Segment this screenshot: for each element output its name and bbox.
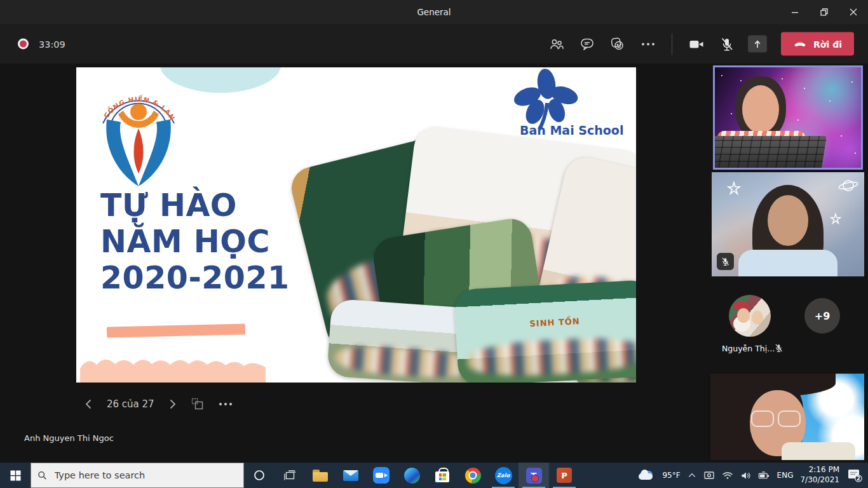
close-icon (850, 8, 857, 16)
participant-silhouette (742, 85, 779, 133)
ms-logo-grid (439, 473, 446, 480)
school-name-text: Ban Mai School (520, 123, 623, 137)
previous-slide-button[interactable] (84, 398, 93, 410)
glasses-detail (751, 410, 774, 427)
temperature-label[interactable]: 95°F (662, 471, 680, 480)
notification-count: 2 (857, 475, 860, 482)
microsoft-store-icon (435, 471, 449, 482)
restore-button[interactable] (810, 0, 839, 24)
tray-volume-button[interactable] (740, 471, 751, 480)
taskbar-file-explorer[interactable] (305, 463, 336, 488)
powerpoint-icon: P (557, 468, 572, 483)
taskbar-zoom[interactable] (366, 463, 397, 488)
action-center-button[interactable]: 2 (846, 468, 863, 483)
leave-button[interactable]: Rời đi (781, 32, 854, 56)
presentation-nav: 26 của 27 (84, 394, 232, 414)
glasses-detail (778, 410, 801, 427)
window-title: General (0, 0, 868, 24)
muted-badge (717, 253, 734, 270)
chat-button[interactable] (576, 34, 597, 55)
taskbar-store[interactable] (427, 463, 458, 488)
minimize-button[interactable] (780, 0, 810, 24)
language-indicator[interactable]: ENG (777, 471, 794, 480)
taskbar-mail[interactable] (336, 463, 366, 488)
slide-title-line2: NĂM HỌC (100, 224, 290, 261)
search-input[interactable] (53, 470, 237, 481)
star-doodle (830, 213, 841, 224)
taskbar-powerpoint[interactable]: P (549, 463, 580, 488)
recording-indicator: 33:09 (18, 39, 65, 50)
camera-button[interactable] (686, 34, 707, 55)
participant-name-label: Nguyễn Thị... (722, 344, 775, 353)
cortana-button[interactable] (244, 463, 275, 488)
cortana-icon (254, 470, 265, 481)
meeting-toolbar: 33:09 (0, 24, 868, 64)
tray-power-button[interactable] (758, 471, 770, 480)
share-button[interactable] (747, 34, 768, 55)
taskbar-search[interactable] (31, 463, 244, 488)
notification-icon: 2 (846, 468, 863, 483)
windows-taskbar: Zalo T P 95°F (0, 463, 868, 488)
teams-recording-dot (531, 475, 539, 482)
file-explorer-icon (313, 470, 328, 482)
more-participants-badge[interactable]: +9 (804, 298, 840, 334)
task-view-icon (284, 470, 296, 481)
avatar-detail (737, 308, 750, 323)
collage-banner-text: SINH TỒN (456, 313, 636, 332)
restore-icon (820, 8, 829, 17)
participants-button[interactable] (546, 34, 567, 55)
mic-muted-icon (721, 257, 730, 266)
slide-grid-button[interactable] (191, 398, 205, 410)
slide-title: TỰ HÀO NĂM HỌC 2020-2021 (100, 188, 290, 296)
start-button[interactable] (0, 463, 31, 488)
participant-video-3[interactable] (710, 374, 864, 460)
minimize-icon (791, 8, 799, 16)
window-controls (780, 0, 868, 24)
wifi-icon (722, 471, 733, 480)
taskbar-edge[interactable] (397, 463, 427, 488)
participant-video-active-speaker[interactable] (713, 65, 863, 170)
leave-button-label: Rời đi (813, 39, 842, 49)
mail-icon (343, 470, 358, 481)
monitor-icon (703, 470, 715, 480)
taskbar-zalo[interactable]: Zalo (488, 463, 519, 488)
task-view-button[interactable] (275, 463, 305, 488)
search-icon (37, 470, 47, 480)
hangup-icon (793, 40, 807, 48)
taskbar-chrome[interactable] (458, 463, 488, 488)
tray-overflow-button[interactable] (688, 472, 696, 478)
next-slide-button[interactable] (168, 398, 177, 410)
participant-avatar[interactable] (729, 295, 771, 337)
close-button[interactable] (839, 0, 868, 24)
slide-page-indicator: 26 của 27 (107, 398, 154, 410)
window-titlebar: General (0, 0, 868, 24)
participant-silhouette (738, 250, 837, 276)
chrome-icon (465, 468, 481, 484)
presenter-name: Anh Nguyen Thi Ngoc (24, 433, 114, 443)
tray-network-button[interactable] (722, 471, 733, 480)
participant-video-2[interactable] (712, 172, 864, 276)
weather-button[interactable] (639, 470, 655, 481)
zalo-icon: Zalo (495, 467, 512, 484)
tray-meeting-device-button[interactable] (703, 470, 715, 480)
more-options-button[interactable] (637, 34, 658, 55)
school-flower-logo: Ban Mai School (483, 67, 636, 144)
taskbar-teams[interactable]: T (519, 463, 549, 488)
share-icon (748, 36, 767, 53)
keyboard-foreground (713, 136, 827, 169)
tray-time: 2:16 PM (800, 465, 839, 475)
participants-icon (549, 37, 564, 50)
participant-muted-icon (774, 343, 783, 355)
participant-silhouette (768, 195, 808, 246)
speaker-icon (740, 471, 751, 480)
taskbar-clock[interactable]: 2:16 PM 7/30/2021 (800, 465, 839, 485)
meeting-controls: Rời đi (546, 32, 854, 56)
share-more-button[interactable] (219, 403, 232, 405)
reactions-button[interactable] (607, 34, 628, 55)
collage-photo-banner: SINH TỒN (454, 280, 636, 383)
reactions-icon (609, 36, 626, 51)
mic-button[interactable] (716, 34, 737, 55)
shared-presentation-slide: CỐNG HIẾN & LAN TỎA Ban Mai Scho (76, 67, 636, 383)
recording-dot-icon (18, 39, 29, 50)
slide-title-line1: TỰ HÀO (100, 188, 290, 224)
